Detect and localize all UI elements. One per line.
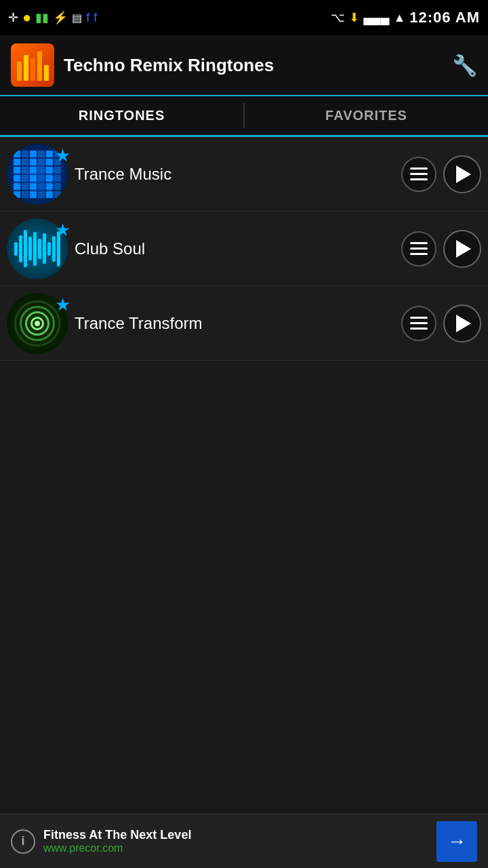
ad-info-icon: i	[11, 829, 35, 854]
list-item[interactable]: ★ Club Soul	[0, 212, 488, 286]
song-controls	[401, 230, 481, 268]
song-title: Trance Music	[75, 165, 394, 184]
svg-rect-10	[410, 248, 428, 250]
song-title: Trance Transform	[75, 314, 394, 333]
svg-rect-2	[30, 58, 35, 81]
svg-rect-0	[17, 62, 22, 81]
svg-rect-6	[410, 173, 428, 175]
menu-button[interactable]	[401, 306, 436, 341]
ad-banner[interactable]: i Fitness At The Next Level www.precor.c…	[0, 814, 488, 868]
favorite-star: ★	[55, 145, 70, 166]
svg-rect-5	[410, 167, 428, 170]
svg-rect-15	[410, 328, 428, 330]
arrow-icon: →	[447, 831, 466, 852]
svg-marker-8	[456, 165, 471, 183]
facebook-icon: f	[86, 11, 89, 25]
song-list: ★ Trance Music	[0, 137, 488, 361]
menu-button[interactable]	[401, 157, 436, 192]
song-thumbnail-club: ★	[7, 218, 68, 279]
svg-rect-7	[410, 178, 428, 180]
bluetooth-icon: ⌥	[331, 10, 345, 25]
app-title: Techno Remix Ringtones	[64, 55, 274, 76]
battery-icon: ▮▮	[35, 10, 49, 25]
ad-title: Fitness At The Next Level	[43, 828, 191, 842]
song-thumbnail-transform: ★	[7, 293, 68, 354]
tab-ringtones[interactable]: RINGTONES	[0, 96, 243, 137]
menu-button[interactable]	[401, 231, 436, 267]
svg-rect-13	[410, 317, 428, 319]
song-controls	[401, 155, 481, 193]
favorite-star: ★	[55, 294, 70, 315]
wifi-icon: ▲	[393, 11, 405, 25]
usb-icon: ⚡	[53, 10, 68, 25]
song-title: Club Soul	[75, 239, 394, 258]
settings-icon[interactable]: 🔧	[452, 54, 477, 77]
ad-content: i Fitness At The Next Level www.precor.c…	[11, 828, 191, 854]
play-button[interactable]	[443, 155, 481, 193]
facebook2-icon: f	[94, 11, 97, 25]
play-button[interactable]	[443, 304, 481, 342]
svg-marker-12	[456, 240, 471, 258]
add-icon: ✛	[8, 10, 18, 25]
status-bar: ✛ ● ▮▮ ⚡ ▤ f f ⌥ ⬇ ▄▄▄ ▲ 12:06 AM	[0, 0, 488, 35]
tab-favorites[interactable]: FAVORITES	[245, 96, 488, 137]
download-icon: ⬇	[349, 10, 359, 25]
vendor-icon: ●	[22, 9, 31, 26]
favorite-star: ★	[55, 220, 70, 241]
list-item[interactable]: ★ Trance Music	[0, 137, 488, 212]
app-header: Techno Remix Ringtones 🔧	[0, 35, 488, 96]
play-button[interactable]	[443, 230, 481, 268]
list-item[interactable]: ★ Trance Transform	[0, 286, 488, 361]
svg-rect-14	[410, 322, 428, 324]
svg-rect-9	[410, 242, 428, 244]
svg-rect-4	[44, 65, 49, 81]
empty-area	[0, 361, 488, 780]
signal-icon: ▄▄▄	[363, 11, 389, 25]
sd-icon: ▤	[72, 12, 82, 24]
song-thumbnail-trance: ★	[7, 144, 68, 205]
svg-marker-16	[456, 315, 471, 332]
ad-arrow-button[interactable]: →	[436, 821, 477, 862]
ad-url: www.precor.com	[43, 842, 191, 854]
app-icon	[11, 43, 54, 87]
clock: 12:06 AM	[409, 9, 480, 26]
svg-rect-3	[37, 52, 42, 81]
song-controls	[401, 304, 481, 342]
svg-rect-1	[24, 55, 28, 81]
svg-rect-11	[410, 253, 428, 255]
tabs: RINGTONES FAVORITES	[0, 96, 488, 137]
